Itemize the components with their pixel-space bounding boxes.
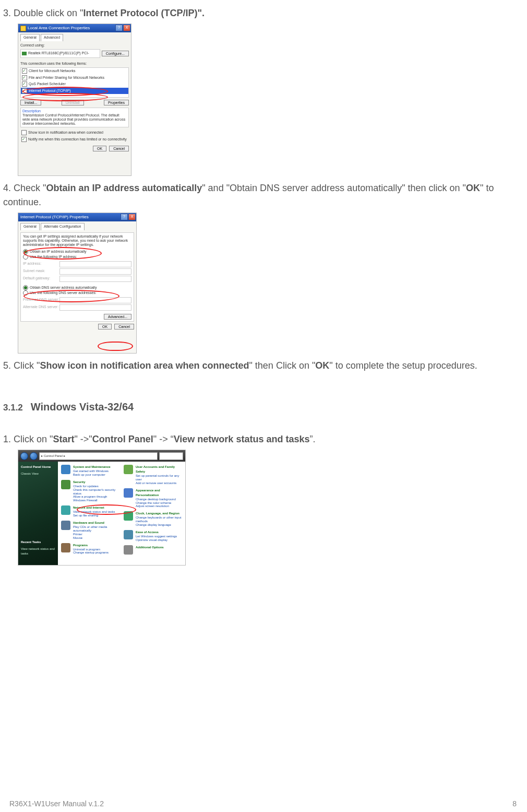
radio-obtain-ip[interactable] bbox=[23, 249, 28, 254]
clock-icon bbox=[124, 511, 133, 521]
ok-button[interactable]: OK bbox=[98, 324, 112, 329]
adapter-name: Realtek RTL8168C(P)/8111C(P) PCI- bbox=[28, 51, 89, 56]
step-3: 3. Double click on "Internet Protocol (T… bbox=[3, 6, 517, 20]
checkbox[interactable] bbox=[22, 75, 27, 80]
pdns-field bbox=[59, 297, 131, 303]
sidebar-heading: Control Panel Home bbox=[21, 465, 55, 469]
ip-field bbox=[59, 261, 131, 267]
dlg2-window-buttons: ? X bbox=[120, 214, 136, 220]
tab-general[interactable]: General bbox=[20, 34, 40, 41]
step3-bold: Internet Protocol (TCP/IP)". bbox=[83, 8, 205, 18]
cancel-button[interactable]: Cancel bbox=[114, 324, 134, 329]
step3-pre: 3. Double click on " bbox=[3, 8, 83, 18]
screenshot-tcpip-properties: Internet Protocol (TCP/IP) Properties ? … bbox=[18, 213, 137, 354]
item-qos: QoS Packet Scheduler bbox=[29, 81, 66, 87]
description-box: Description Transmission Control Protoco… bbox=[20, 108, 129, 127]
radio-use-ip[interactable] bbox=[23, 254, 28, 260]
radio-obtain-dns[interactable] bbox=[23, 285, 28, 290]
users-icon bbox=[124, 465, 133, 474]
ease-icon bbox=[124, 530, 133, 539]
window-icon bbox=[20, 26, 26, 31]
desc-heading: Description bbox=[22, 109, 127, 113]
sidebar: Control Panel Home Classic View Recent T… bbox=[18, 462, 58, 565]
uninstall-button: Uninstall bbox=[62, 100, 84, 105]
forward-button[interactable] bbox=[30, 452, 38, 460]
properties-button[interactable]: Properties bbox=[104, 100, 129, 105]
subnet-field bbox=[59, 268, 131, 275]
help-icon[interactable]: ? bbox=[115, 25, 123, 31]
close-icon[interactable]: X bbox=[123, 25, 130, 31]
hardware-icon bbox=[61, 521, 70, 530]
checkbox-notify[interactable] bbox=[21, 137, 27, 142]
section-heading: 3.1.2 Windows Vista-32/64 bbox=[3, 399, 517, 415]
back-button[interactable] bbox=[20, 452, 28, 460]
items-list[interactable]: Client for Microsoft Networks File and P… bbox=[20, 67, 129, 98]
configure-button[interactable]: Configure... bbox=[102, 51, 129, 56]
dlg1-title: Local Area Connection Properties bbox=[28, 25, 90, 31]
notify-label: Notify me when this connection has limit… bbox=[28, 137, 127, 143]
tab-general[interactable]: General bbox=[20, 223, 40, 230]
item-tcpip: Internet Protocol (TCP/IP) bbox=[29, 88, 71, 94]
tab-alternate[interactable]: Alternate Configuration bbox=[41, 223, 85, 230]
dlg2-titlebar: Internet Protocol (TCP/IP) Properties bbox=[18, 213, 136, 221]
address-bar[interactable]: ▸ Control Panel ▸ bbox=[39, 452, 158, 460]
close-icon[interactable]: X bbox=[128, 214, 136, 220]
dlg2-blurb: You can get IP settings assigned automat… bbox=[23, 234, 131, 247]
network-icon bbox=[61, 505, 70, 515]
screenshot-vista-control-panel: ▸ Control Panel ▸ Control Panel Home Cla… bbox=[18, 450, 186, 566]
adapter-field: Realtek RTL8168C(P)/8111C(P) PCI- bbox=[20, 49, 100, 58]
items-label: This connection uses the following items… bbox=[20, 61, 129, 67]
install-button[interactable]: Install... bbox=[20, 100, 41, 105]
programs-icon bbox=[61, 543, 70, 552]
tab-advanced[interactable]: Advanced bbox=[41, 34, 63, 41]
dlg1-titlebar: Local Area Connection Properties bbox=[18, 24, 131, 32]
vista-step-1: 1. Click on "Start" ->"Control Panel" ->… bbox=[3, 432, 517, 446]
additional-icon bbox=[124, 545, 133, 555]
item-client: Client for Microsoft Networks bbox=[29, 68, 75, 74]
checkbox[interactable] bbox=[22, 81, 27, 87]
dlg1-window-buttons: ? X bbox=[115, 25, 130, 31]
sidebar-recent-tasks: Recent Tasks bbox=[21, 540, 55, 545]
desc-text: Transmission Control Protocol/Internet P… bbox=[22, 113, 127, 126]
gateway-field bbox=[59, 276, 131, 282]
checkbox[interactable] bbox=[22, 88, 27, 93]
step-4: 4. Check "Obtain an IP address automatic… bbox=[3, 181, 517, 209]
adns-field bbox=[59, 304, 131, 311]
security-icon bbox=[61, 480, 70, 489]
categories: System and MaintenanceGet started with W… bbox=[58, 462, 185, 565]
checkbox[interactable] bbox=[22, 68, 27, 74]
section-title: Windows Vista-32/64 bbox=[31, 401, 134, 413]
footer-page-number: 8 bbox=[512, 798, 517, 809]
page-footer: R36X1-W1User Manual v.1.2 8 bbox=[9, 798, 517, 809]
dlg2-title: Internet Protocol (TCP/IP) Properties bbox=[20, 214, 89, 220]
advanced-button[interactable]: Advanced... bbox=[104, 314, 131, 320]
search-box[interactable] bbox=[159, 452, 183, 460]
section-number: 3.1.2 bbox=[3, 403, 23, 413]
radio-use-dns[interactable] bbox=[23, 290, 28, 296]
help-icon[interactable]: ? bbox=[121, 214, 128, 220]
appearance-icon bbox=[124, 488, 133, 498]
item-fps: File and Printer Sharing for Microsoft N… bbox=[29, 75, 104, 81]
ok-button[interactable]: OK bbox=[93, 146, 106, 151]
checkbox-show-icon[interactable] bbox=[21, 130, 27, 135]
nic-icon bbox=[22, 52, 27, 55]
footer-left: R36X1-W1User Manual v.1.2 bbox=[9, 798, 104, 809]
sidebar-classic-view[interactable]: Classic View bbox=[21, 472, 55, 476]
screenshot-lan-properties: Local Area Connection Properties ? X Gen… bbox=[18, 23, 131, 176]
sidebar-recent-task-1[interactable]: View network status and tasks bbox=[21, 547, 55, 556]
connect-using-label: Connect using: bbox=[20, 43, 129, 49]
step-5: 5. Click "Show icon in notification area… bbox=[3, 359, 517, 373]
cancel-button[interactable]: Cancel bbox=[109, 146, 129, 151]
system-icon bbox=[61, 465, 70, 474]
show-icon-label: Show icon in notification area when conn… bbox=[28, 130, 103, 136]
explorer-toolbar: ▸ Control Panel ▸ bbox=[18, 450, 185, 462]
